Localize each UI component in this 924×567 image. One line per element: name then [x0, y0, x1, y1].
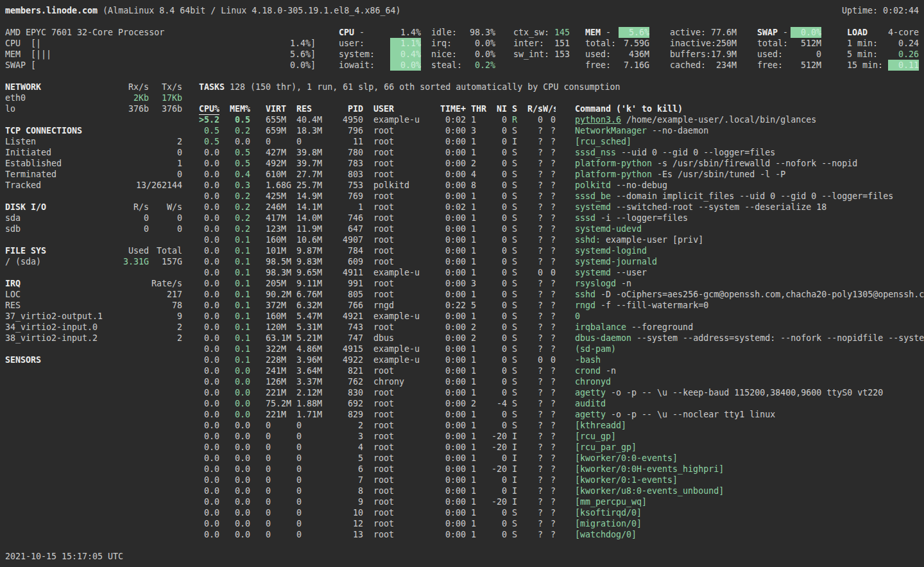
proc-state: S [512, 311, 517, 321]
cpu-percent: 0.0 [204, 409, 219, 420]
cpu-stats-user-value: 1.1% [390, 38, 421, 49]
proc-thr: 1 [471, 519, 476, 528]
cell-virt: 221M [266, 409, 296, 420]
process-row: 0.00.1372M6.32M766rngd0:2250S??rngd -f -… [199, 300, 924, 311]
cell-ni: -20 [489, 431, 507, 442]
cell-ni: 0 [489, 311, 507, 322]
cell-ni: 0 [489, 267, 507, 278]
process-row: 0.00.5492M39.7M783root0:0020S??platform-… [199, 158, 924, 169]
cpu-percent: 0.0 [204, 147, 219, 158]
cell-user: root [373, 387, 427, 398]
proc-user: root [373, 213, 394, 223]
bold-part: MEM [585, 28, 601, 37]
mem-stats-free-label: free: [585, 60, 611, 71]
cell-pid: 8 [330, 485, 363, 496]
proc-virt: 0 [266, 519, 271, 528]
cell-res: 9.83M [296, 256, 330, 267]
cell-virt: 0 [266, 136, 296, 147]
cell-ni: 0 [489, 518, 507, 529]
cell-rs: ? [520, 256, 543, 267]
proc-virt: 1.68G [266, 180, 291, 190]
cell-mem: 0.1 [219, 267, 250, 278]
proc-state: I [512, 475, 517, 485]
cell-thr: 1 [471, 202, 489, 213]
gap [466, 245, 471, 256]
cell-virt: 241M [266, 365, 296, 376]
proc-ni: 0 [502, 213, 507, 223]
gap [556, 245, 575, 256]
proc-res: 27.7M [296, 170, 322, 179]
cell-cpu: 0.5 [199, 136, 219, 147]
command-name: systemd-logind [575, 246, 647, 256]
cell-pid: 762 [330, 376, 363, 387]
cell-cpu: 0.0 [199, 507, 219, 518]
cell-rs: ? [520, 245, 543, 256]
proc-rs: ? [538, 519, 543, 528]
process-row: 0.50.00011root0:0010I??[rcu_sched] [199, 136, 924, 147]
proc-pid: 4950 [343, 115, 363, 125]
mem-stats-total-value: 512M [801, 38, 821, 49]
cell-pid: 647 [330, 223, 363, 234]
cpu-stats-inter-label: inter: [513, 38, 544, 49]
proc-virt: 0 [266, 486, 271, 496]
proc-state: I [512, 464, 517, 474]
cell-s: S [512, 169, 520, 180]
cell-time: 0:00 [427, 442, 466, 453]
gap [507, 147, 512, 158]
gap [466, 344, 471, 354]
mem-stats-cached-pair: cached:234M [670, 60, 737, 71]
cell-pid: 747 [330, 333, 363, 344]
mem-percent: 0.0 [235, 442, 250, 452]
cell-time: 0:00 [427, 267, 466, 278]
proc-pid: 4915 [343, 344, 363, 354]
cpu-percent: 0.0 [204, 311, 219, 322]
mem-stats-5-min-label: 5 min: [847, 49, 878, 60]
disk-header: DISK I/OR/sW/s [5, 202, 182, 213]
gap [507, 496, 512, 507]
cell-mem: 0.0 [219, 431, 250, 442]
gap [466, 311, 471, 322]
gap [250, 311, 266, 322]
proc-ws: ? [551, 486, 556, 496]
process-row: 0.00.2425M14.9M769root0:0010S??sssd_be -… [199, 191, 924, 202]
proc-res: 5.21M [296, 333, 322, 343]
proc-ni: 0 [502, 519, 507, 528]
proc-ni: 0 [502, 475, 507, 485]
proc-res: 0 [296, 497, 302, 507]
cell-mem: 0.0 [219, 387, 250, 398]
cell-cpu: 0.0 [199, 387, 219, 398]
cell-thr: 2 [471, 322, 489, 333]
col-header-s: S [512, 103, 520, 114]
cell-s: S [512, 420, 520, 431]
gap [466, 322, 471, 333]
sort-arrow [199, 267, 204, 278]
cell-ws: ? [543, 278, 556, 289]
proc-virt: 98.3M [266, 268, 291, 277]
glances-terminal[interactable]: members.linode.com (AlmaLinux 8.4 64bit … [0, 0, 924, 567]
cell-cpu: 0.0 [199, 147, 219, 158]
cell-pid: 766 [330, 300, 363, 311]
irq-item-name: LOC [5, 289, 103, 300]
cell-cmd: [kthreadd] [575, 420, 924, 431]
proc-ws: ? [551, 453, 556, 463]
cell-pid: 9 [330, 496, 363, 507]
proc-virt: 120M [266, 322, 286, 332]
cell-mem: 0.1 [219, 289, 250, 300]
cell-mem: 0.0 [219, 398, 250, 409]
command-args: --no-debug [611, 180, 667, 190]
proc-rs: ? [538, 137, 543, 146]
cell-ni: -20 [489, 442, 507, 453]
proc-pid: 821 [348, 366, 363, 376]
cell-res: 0 [296, 496, 330, 507]
cell-cpu: 0.0 [199, 475, 219, 485]
mem-stats-15-min-label: 15 min: [847, 60, 883, 71]
cell-thr: 1 [471, 496, 489, 507]
proc-pid: 829 [348, 410, 363, 419]
cell-cmd: -bash [575, 354, 924, 365]
cell-s: S [512, 354, 520, 365]
cell-mem: 0.4 [219, 169, 250, 180]
proc-pid: 796 [348, 126, 363, 135]
gap [363, 333, 373, 344]
proc-pid: 1 [358, 202, 363, 212]
proc-rs: ? [538, 508, 543, 518]
